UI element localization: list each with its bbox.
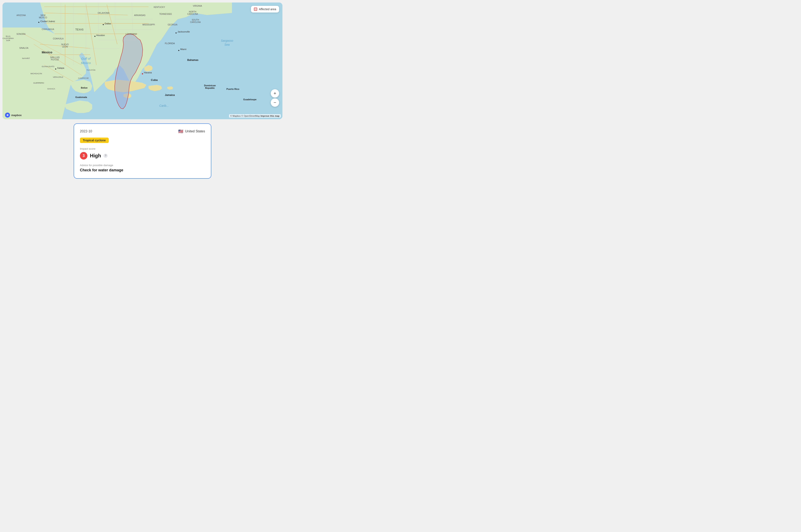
improve-map-link[interactable]: Improve this map <box>261 115 280 117</box>
impact-score-label: Impact score <box>80 147 205 150</box>
advice-label: Advice for possible damage <box>80 164 205 167</box>
dot-havana <box>142 73 143 74</box>
info-card: 2022-10 🇺🇸 United States Tropical cyclon… <box>74 124 211 179</box>
legend-color-box <box>254 7 257 11</box>
info-icon[interactable]: ? <box>104 154 108 158</box>
dot-miami <box>178 50 180 51</box>
mapbox-logo-icon: ⊕ <box>5 113 10 118</box>
score-text: High <box>90 153 101 159</box>
country-flag: 🇺🇸 <box>178 129 183 134</box>
map-container: KENTUCKY VIRGINIA TENNESSEE NORTHCAROLIN… <box>2 2 282 119</box>
zoom-out-button[interactable]: − <box>271 98 279 107</box>
advice-text: Check for water damage <box>80 168 205 172</box>
map-svg <box>2 2 282 119</box>
mapbox-logo-text: mapbox <box>11 114 22 117</box>
event-type-badge: Tropical cyclone <box>80 138 109 143</box>
card-header: 2022-10 🇺🇸 United States <box>80 129 205 134</box>
mapbox-logo: ⊕ mapbox <box>5 113 22 118</box>
page-wrapper: KENTUCKY VIRGINIA TENNESSEE NORTHCAROLIN… <box>0 0 285 181</box>
map-legend: Affected area <box>251 6 279 13</box>
map-attribution: © Mapbox © OpenStreetMap Improve this ma… <box>229 114 281 118</box>
legend-label: Affected area <box>259 7 276 11</box>
dot-houston <box>94 36 95 37</box>
dot-jacksonville <box>175 32 177 33</box>
dot-xalapa <box>55 69 56 70</box>
zoom-controls: + − <box>271 89 279 107</box>
zoom-in-button[interactable]: + <box>271 89 279 98</box>
dot-dallas <box>103 24 104 25</box>
card-date: 2022-10 <box>80 130 92 133</box>
score-circle: 3 <box>80 152 88 159</box>
dot-ciudadjuarez <box>38 22 39 23</box>
impact-score-row: 3 High ? <box>80 152 205 159</box>
country-name: United States <box>185 130 205 133</box>
mapbox-copyright: © Mapbox © OpenStreetMap <box>230 115 260 117</box>
card-country: 🇺🇸 United States <box>178 129 205 134</box>
